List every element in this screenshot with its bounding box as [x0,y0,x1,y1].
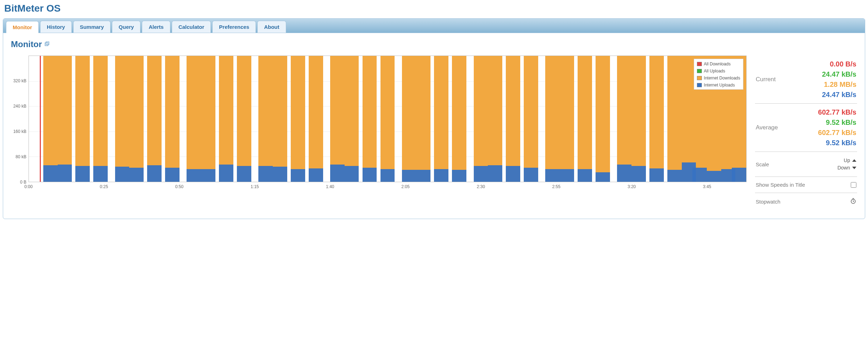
chart-bar [649,56,664,182]
chart-bar [524,168,538,182]
current-label: Current [756,76,822,83]
x-tick-label: 1:15 [251,184,259,189]
chart-bar [452,170,466,182]
y-tick-label: 240 kB [13,104,26,109]
chart-bar [578,169,592,182]
chart-bar [219,165,233,182]
chart-bar [416,56,431,182]
chart-bar [617,165,631,182]
side-panel: Current 0.00 B/s 24.47 kB/s 1.28 MB/s 24… [755,59,857,210]
tab-summary[interactable]: Summary [73,21,111,33]
chart-bar [43,56,58,182]
average-all-dl: 602.77 kB/s [818,107,856,117]
chart-bar [201,169,215,182]
chart-bar [524,56,538,182]
chart-bar [115,56,130,182]
chart-bar [75,56,90,182]
main-panel: Monitor History Summary Query Alerts Cal… [3,18,865,219]
chevron-down-icon [852,167,856,169]
chart-bar [707,171,721,182]
x-tick-label: 3:20 [628,184,636,189]
current-all-ul: 24.47 kB/s [822,69,856,79]
chart-bar [273,167,287,182]
chart-bar [488,165,502,182]
scale-up-button[interactable]: Up [837,157,856,164]
show-speeds-label: Show Speeds in Title [756,182,805,188]
chart-bar [75,166,90,182]
chart-bar [452,56,466,182]
chart-bar [560,169,574,182]
content-area: Monitor 0 B80 kB160 kB240 kB320 kB All D… [3,33,865,219]
tab-query[interactable]: Query [112,21,140,33]
chart-bar [309,168,323,182]
average-block: Average 602.77 kB/s 9.52 kB/s 602.77 kB/… [755,104,857,152]
chart-bar [506,56,520,182]
chart-bar [434,169,448,182]
chart-bar [115,167,130,182]
scale-down-button[interactable]: Down [837,164,856,172]
chart-bar [488,56,502,182]
chart-bar [596,56,610,182]
monitor-chart: 0 B80 kB160 kB240 kB320 kB All Downloads… [11,56,747,191]
chart-bar [434,56,448,182]
chart-bar [58,56,72,182]
legend-all-downloads: All Downloads [696,60,741,68]
chart-bar [560,56,574,182]
chart-bar [649,168,664,182]
chart-bar [237,166,251,182]
chart-bar [219,56,233,182]
x-tick-label: 2:55 [552,184,560,189]
chart-bar [147,165,162,182]
chart-bar [330,56,345,182]
chart-bar [474,166,488,182]
stopwatch-row: Stopwatch [755,193,857,210]
chart-bar [506,166,520,182]
chart-bar [402,56,416,182]
average-label: Average [756,124,818,131]
chart-bar [631,166,646,182]
scale-row: Scale Up Down [755,152,857,177]
chart-bar [402,170,416,182]
y-tick-label: 160 kB [13,129,26,134]
chart-bar [165,168,180,182]
chart-bar [93,166,108,182]
now-marker [40,56,41,182]
chart-bar [732,168,746,182]
chart-bar [474,56,488,182]
legend-all-uploads: All Uploads [696,68,741,75]
chart-bar [258,166,273,182]
tab-alerts[interactable]: Alerts [142,21,170,33]
chart-bar [330,165,345,182]
x-tick-label: 3:45 [703,184,711,189]
chart-bar [43,165,58,182]
chart-bar [258,56,273,182]
x-tick-label: 0:50 [175,184,183,189]
average-net-ul: 9.52 kB/s [818,138,856,148]
chart-bar [147,56,162,182]
tab-history[interactable]: History [40,21,72,33]
chart-bar [667,170,682,182]
chart-bar [309,56,323,182]
chart-bar [201,56,215,182]
chart-bar [617,56,631,182]
chart-bar [692,168,707,182]
page-title: Monitor [11,39,42,49]
tab-monitor[interactable]: Monitor [6,21,39,33]
clock-icon[interactable] [850,198,856,205]
y-tick-label: 320 kB [13,78,26,83]
average-net-dl: 602.77 kB/s [818,128,856,138]
chart-bar [187,169,201,182]
app-title: BitMeter OS [0,0,868,18]
current-all-dl: 0.00 B/s [822,59,856,69]
tab-calculator[interactable]: Calculator [172,21,211,33]
scale-label: Scale [756,161,769,167]
tab-about[interactable]: About [257,21,286,33]
x-tick-label: 1:40 [326,184,334,189]
tab-preferences[interactable]: Preferences [212,21,256,33]
popout-icon[interactable] [45,41,49,47]
chart-bar [187,56,201,182]
legend-internet-uploads: Internet Uploads [696,82,741,89]
chart-bar [237,56,251,182]
chart-bar [129,56,144,182]
show-speeds-checkbox[interactable] [851,182,856,188]
